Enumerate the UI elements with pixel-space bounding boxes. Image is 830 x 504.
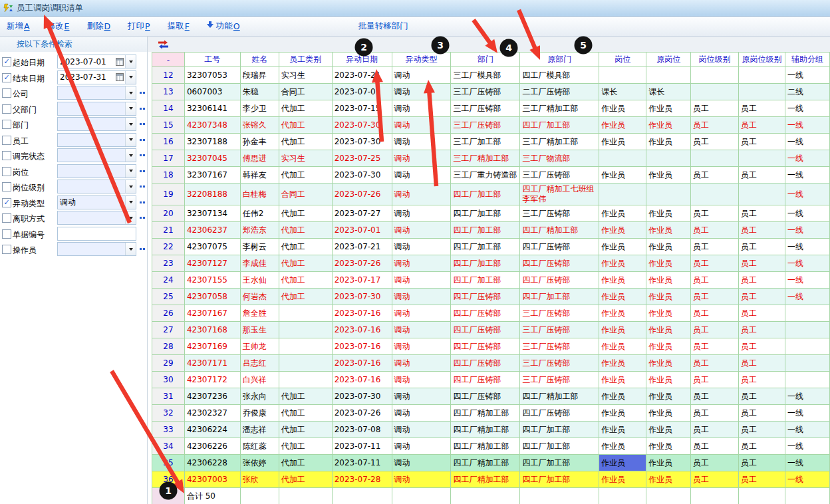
- cell-name[interactable]: 傅思进: [240, 150, 279, 167]
- cell-grade[interactable]: 员工: [691, 338, 739, 355]
- cell-emp_type[interactable]: 代加工: [279, 100, 332, 117]
- cell-change[interactable]: 调动: [392, 272, 451, 289]
- cell-group[interactable]: 二线: [785, 84, 829, 100]
- cell-date[interactable]: 2023-07-16: [332, 355, 392, 372]
- cell-name[interactable]: 张永向: [240, 388, 279, 405]
- cell-id[interactable]: 32307167: [184, 167, 240, 184]
- cell-name[interactable]: 张依婷: [240, 455, 279, 471]
- cell-old_pos[interactable]: 作业员: [646, 338, 691, 355]
- cell-date[interactable]: 2023-07-26: [332, 405, 392, 422]
- cell-pos[interactable]: 课长: [599, 84, 646, 100]
- cell-pos[interactable]: 作业员: [599, 222, 646, 239]
- cell-old_pos[interactable]: 作业员: [646, 289, 691, 305]
- cell-date[interactable]: 2023-07-11: [332, 455, 392, 471]
- cell-old_pos[interactable]: 作业员: [646, 471, 691, 488]
- cell-old_grade[interactable]: [738, 184, 785, 205]
- cell-old_dept[interactable]: 四工厂加工部: [520, 455, 599, 471]
- row-number-cell[interactable]: 25: [152, 289, 185, 305]
- cell-change[interactable]: 调动: [392, 305, 451, 322]
- column-header-pos[interactable]: 岗位: [599, 53, 646, 67]
- filter-checkbox[interactable]: [2, 88, 11, 98]
- cell-pos[interactable]: 作业员: [599, 117, 646, 134]
- cell-old_dept[interactable]: 四工厂压铸部: [520, 272, 599, 289]
- cell-old_pos[interactable]: 作业员: [646, 117, 691, 134]
- cell-old_pos[interactable]: 作业员: [646, 222, 691, 239]
- cell-date[interactable]: 2023-07-30: [332, 167, 392, 184]
- cell-old_grade[interactable]: 员工: [738, 438, 785, 455]
- column-header-num[interactable]: -: [152, 53, 185, 67]
- cell-emp_type[interactable]: 代加工: [279, 471, 332, 488]
- row-number-cell[interactable]: 34: [152, 438, 185, 455]
- cell-old_grade[interactable]: 员工: [738, 255, 785, 272]
- row-number-cell[interactable]: 26: [152, 305, 185, 322]
- cell-change[interactable]: 调动: [392, 239, 451, 255]
- cell-old_grade[interactable]: 员工: [738, 117, 785, 134]
- filter-checkbox[interactable]: [2, 167, 11, 176]
- cell-old_grade[interactable]: 员工: [738, 372, 785, 388]
- cell-id[interactable]: 42307003: [184, 471, 240, 488]
- cell-old_grade[interactable]: 员工: [738, 422, 785, 438]
- cell-change[interactable]: 调动: [392, 205, 451, 222]
- cell-old_pos[interactable]: 作业员: [646, 405, 691, 422]
- cell-id[interactable]: 42307155: [184, 272, 240, 289]
- cell-dept[interactable]: 三工厂加工部: [451, 134, 520, 150]
- cell-emp_type[interactable]: 代加工: [279, 405, 332, 422]
- cell-change[interactable]: 调动: [392, 422, 451, 438]
- cell-emp_type[interactable]: 代加工: [279, 239, 332, 255]
- cell-group[interactable]: 一线: [785, 471, 829, 488]
- cell-change[interactable]: 调动: [392, 117, 451, 134]
- cell-old_dept[interactable]: 四工厂加工部: [520, 117, 599, 134]
- cell-group[interactable]: 一线: [785, 117, 829, 134]
- cell-grade[interactable]: [691, 67, 739, 84]
- cell-name[interactable]: 何岩杰: [240, 289, 279, 305]
- cell-group[interactable]: 一线: [785, 438, 829, 455]
- toolbar-item-P[interactable]: 打印P: [128, 21, 150, 32]
- dropdown-button[interactable]: [125, 55, 136, 68]
- cell-name[interactable]: 任伟2: [240, 205, 279, 222]
- cell-change[interactable]: 调动: [392, 222, 451, 239]
- cell-dept[interactable]: 三工厂模具部: [451, 67, 520, 84]
- cell-old_grade[interactable]: 员工: [738, 388, 785, 405]
- cell-old_pos[interactable]: 作业员: [646, 322, 691, 338]
- cell-dept[interactable]: 四工厂精加工部: [451, 422, 520, 438]
- cell-pos[interactable]: 作业员: [599, 272, 646, 289]
- cell-date[interactable]: 2023-07-01: [332, 222, 392, 239]
- cell-pos[interactable]: 作业员: [599, 471, 646, 488]
- filter-checkbox[interactable]: ✓: [2, 73, 11, 82]
- cell-group[interactable]: 一线: [785, 184, 829, 205]
- cell-emp_type[interactable]: 合同工: [279, 84, 332, 100]
- cell-old_grade[interactable]: [738, 150, 785, 167]
- cell-emp_type[interactable]: 代加工: [279, 134, 332, 150]
- cell-old_grade[interactable]: 员工: [738, 100, 785, 117]
- cell-old_dept[interactable]: 三工厂压铸部: [520, 305, 599, 322]
- row-number-cell[interactable]: 13: [152, 84, 185, 100]
- dropdown-button[interactable]: [125, 118, 136, 130]
- cell-grade[interactable]: 员工: [691, 471, 739, 488]
- dropdown-button[interactable]: [125, 149, 136, 162]
- cell-old_dept[interactable]: 三工厂压铸部: [520, 322, 599, 338]
- row-number-cell[interactable]: 12: [152, 67, 185, 84]
- cell-old_dept[interactable]: 四工厂精加工部: [520, 222, 599, 239]
- cell-dept[interactable]: 四工厂加工部: [451, 255, 520, 272]
- filter-combobox[interactable]: 调动: [57, 195, 136, 209]
- cell-group[interactable]: [785, 372, 829, 388]
- cell-change[interactable]: 调动: [392, 322, 451, 338]
- cell-id[interactable]: 42307075: [184, 239, 240, 255]
- cell-id[interactable]: 42306228: [184, 455, 240, 471]
- cell-group[interactable]: 一线: [785, 455, 829, 471]
- cell-pos[interactable]: 作业员: [599, 438, 646, 455]
- filter-combobox[interactable]: [57, 102, 136, 116]
- cell-pos[interactable]: 作业员: [599, 205, 646, 222]
- cell-date[interactable]: 2023-07-26: [332, 184, 392, 205]
- cell-name[interactable]: 吕志红: [240, 355, 279, 372]
- cell-old_pos[interactable]: 作业员: [646, 134, 691, 150]
- cell-old_dept[interactable]: 四工厂模具部: [520, 67, 599, 84]
- cell-old_dept[interactable]: 三工厂压铸部: [520, 205, 599, 222]
- cell-emp_type[interactable]: 代加工: [279, 455, 332, 471]
- dropdown-button[interactable]: [125, 165, 136, 178]
- cell-old_grade[interactable]: 员工: [738, 167, 785, 184]
- cell-grade[interactable]: 员工: [691, 305, 739, 322]
- cell-old_pos[interactable]: 作业员: [646, 205, 691, 222]
- cell-name[interactable]: 朱稳: [240, 84, 279, 100]
- cell-date[interactable]: 2023-07-27: [332, 205, 392, 222]
